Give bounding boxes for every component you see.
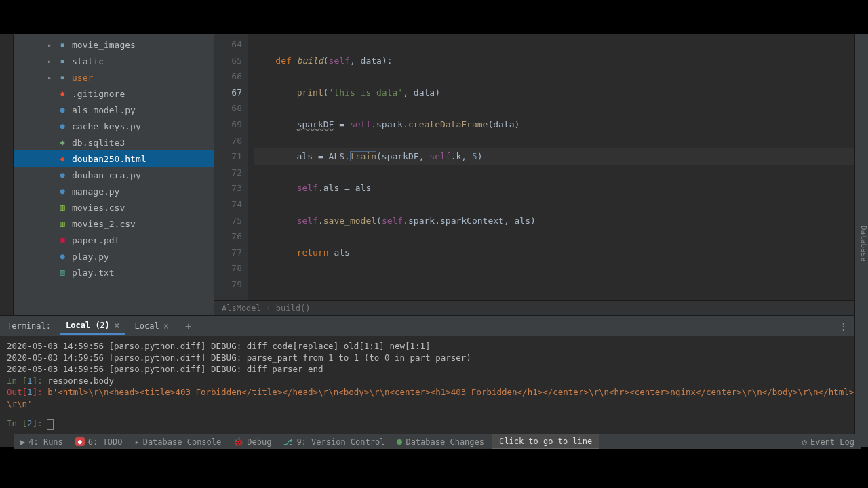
tree-file[interactable]: ▥ movies.csv [14, 199, 214, 216]
csv-icon: ▥ [57, 218, 68, 229]
tree-label: db.sqlite3 [72, 138, 125, 148]
todo-button[interactable]: ●6: TODO [75, 437, 123, 447]
tree-label: douban_cra.py [72, 170, 141, 180]
runs-button[interactable]: ▶4: Runs [20, 437, 63, 447]
left-gutter [0, 34, 14, 315]
close-icon[interactable]: × [114, 320, 119, 331]
git-icon: ◆ [57, 88, 68, 99]
line-gutter: 64656667 68697071 72737475 76777879 [214, 34, 248, 300]
debug-button[interactable]: 🐞Debug [233, 437, 271, 447]
right-tool-rail[interactable]: Database [854, 34, 868, 447]
tree-label: movies_2.csv [72, 219, 136, 229]
txt-icon: ▤ [57, 267, 68, 278]
code-text[interactable]: def build(self, data): print('this is da… [248, 34, 856, 300]
vcs-button[interactable]: ⎇9: Version Control [283, 437, 384, 447]
tree-file[interactable]: ◆ .gitignore [14, 85, 214, 102]
bottom-toolbar: ▶4: Runs ●6: TODO ▸Database Console 🐞Deb… [14, 434, 861, 449]
tree-file[interactable]: ● douban_cra.py [14, 167, 214, 183]
close-icon[interactable]: × [163, 321, 169, 331]
terminal-line: 2020-05-03 14:59:56 [parso.python.diff] … [7, 352, 861, 363]
terminal-panel: Terminal: Local (2) × Local × + ⋮ — 2020… [0, 315, 868, 447]
tooltip: Click to go to line [492, 434, 599, 449]
pdf-icon: ▣ [57, 235, 68, 245]
tree-label: douban250.html [72, 154, 146, 164]
terminal-line: Out[1]: b'<html>\r\n<head><title>403 For… [7, 386, 861, 409]
more-icon[interactable]: ⋮ [839, 321, 848, 331]
breadcrumb[interactable]: AlsModel › build() [214, 300, 868, 315]
tree-file[interactable]: ▣ paper.pdf [14, 232, 214, 248]
tree-folder[interactable]: ▸ ▪ movie_images [14, 37, 214, 53]
python-icon: ● [57, 251, 68, 262]
cursor [47, 420, 53, 429]
breadcrumb-method[interactable]: build() [276, 304, 311, 313]
add-tab-button[interactable]: + [181, 320, 196, 333]
tree-folder[interactable]: ▸ ▪ user [14, 69, 214, 85]
chevron-right-icon: ▸ [47, 58, 56, 65]
tree-file[interactable]: ▥ movies_2.csv [14, 216, 214, 232]
tree-file[interactable]: ▤ play.txt [14, 264, 214, 281]
db-console-button[interactable]: ▸Database Console [134, 437, 221, 447]
folder-icon: ▪ [57, 56, 68, 66]
tree-label: manage.py [72, 186, 119, 197]
terminal-title: Terminal: [7, 321, 51, 331]
terminal-tab[interactable]: Local × [130, 318, 175, 334]
chevron-right-icon: ▸ [47, 41, 56, 49]
tree-label: play.txt [72, 268, 115, 278]
terminal-line: 2020-05-03 14:59:56 [parso.python.diff] … [7, 363, 861, 375]
code-pane[interactable]: 64656667 68697071 72737475 76777879 def … [214, 34, 868, 300]
terminal-tab-active[interactable]: Local (2) × [60, 317, 125, 335]
tree-label: als_model.py [72, 105, 136, 115]
terminal-header: Terminal: Local (2) × Local × + ⋮ — [0, 316, 868, 336]
file-tree[interactable]: ▸ ▪ movie_images ▸ ▪ static ▸ ▪ user ◆ .… [14, 34, 214, 315]
db-icon: ◆ [57, 137, 68, 148]
terminal-prompt: In [2]: [7, 418, 861, 429]
tree-file[interactable]: ● cache_keys.py [14, 118, 214, 134]
tree-label: movie_images [72, 40, 136, 50]
tree-file[interactable]: ● play.py [14, 248, 214, 264]
csv-icon: ▥ [57, 202, 68, 213]
chevron-right-icon: ▸ [47, 74, 56, 81]
python-icon: ● [57, 186, 68, 197]
breadcrumb-class[interactable]: AlsModel [222, 304, 261, 313]
folder-icon: ▪ [57, 72, 68, 83]
html-icon: ◆ [57, 153, 68, 164]
editor-area: 64656667 68697071 72737475 76777879 def … [214, 34, 868, 315]
tree-label: static [72, 56, 104, 66]
tree-label: movies.csv [72, 203, 125, 213]
db-changes-button[interactable]: Database Changes [397, 437, 484, 447]
python-icon: ● [57, 121, 68, 131]
chevron-right-icon: › [267, 304, 271, 312]
eventlog-button[interactable]: ◎Event Log [802, 437, 854, 447]
tree-label: cache_keys.py [72, 121, 141, 131]
tree-label: .gitignore [72, 89, 125, 99]
tree-file[interactable]: ● als_model.py [14, 102, 214, 118]
terminal-line: 2020-05-03 14:59:56 [parso.python.diff] … [7, 340, 861, 352]
folder-icon: ▪ [57, 39, 68, 50]
tree-folder[interactable]: ▸ ▪ static [14, 53, 214, 69]
terminal-line: In [1]: response.body [7, 375, 861, 386]
python-icon: ● [57, 104, 68, 115]
tree-label: user [72, 73, 93, 83]
tree-file[interactable]: ◆ db.sqlite3 [14, 134, 214, 150]
tree-file-selected[interactable]: ◆ douban250.html [14, 150, 214, 167]
tree-label: play.py [72, 251, 109, 262]
tree-file[interactable]: ● manage.py [14, 183, 214, 199]
python-icon: ● [57, 169, 68, 180]
tree-label: paper.pdf [72, 235, 119, 245]
terminal-body[interactable]: 2020-05-03 14:59:56 [parso.python.diff] … [0, 336, 868, 447]
